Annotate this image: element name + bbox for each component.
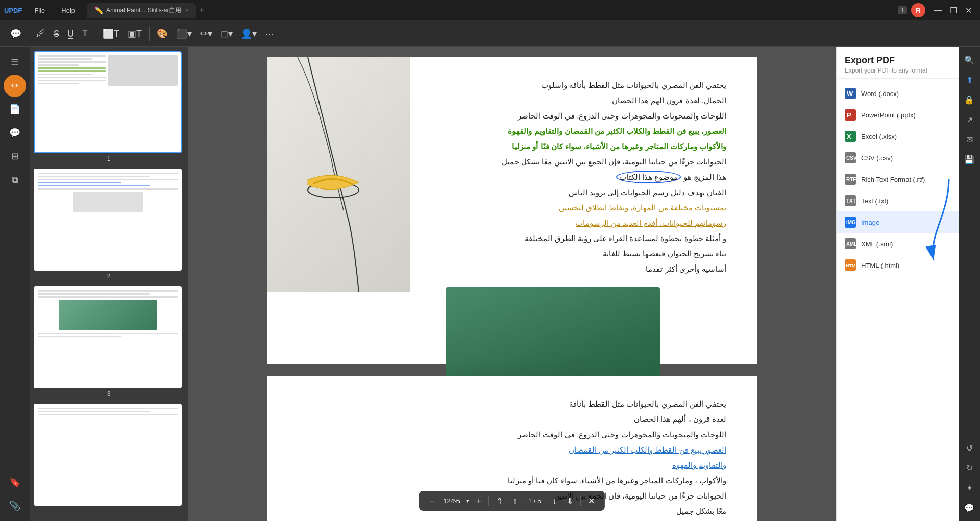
export-subtitle: Export your PDF to any format (845, 67, 950, 74)
export-powerpoint[interactable]: P PowerPoint (.pptx) (837, 104, 959, 126)
xml-icon: XML (845, 238, 856, 249)
image-icon: IMG (845, 217, 856, 228)
left-icon-comments[interactable]: 💬 (4, 122, 26, 144)
rs-icon-rotate-left[interactable]: ↺ (962, 439, 977, 457)
export-html-label: HTML (.html) (861, 262, 899, 269)
svg-text:XML: XML (846, 241, 856, 247)
excel-icon: X (845, 131, 856, 142)
menu-help[interactable]: Help (57, 5, 79, 16)
thumbnail-2[interactable]: 2 (34, 169, 184, 280)
close-toolbar-btn[interactable]: ✕ (585, 494, 598, 508)
toolbar-pencil-icon[interactable]: ✏▾ (196, 25, 216, 42)
left-icon-attach[interactable]: 📎 (4, 494, 26, 517)
export-image[interactable]: IMG Image (837, 211, 959, 233)
toolbar-color-icon[interactable]: 🎨 (153, 25, 172, 42)
zoom-dropdown-btn[interactable]: ▾ (466, 498, 469, 504)
blue-link-text-1: العصور يبيع فن القطط والكلب الكثير من ال… (569, 445, 726, 454)
svg-text:IMG: IMG (846, 220, 856, 225)
thumbnail-img-2 (34, 169, 182, 271)
left-icon-thumbnails[interactable]: ☰ (4, 51, 26, 74)
rs-icon-rotate-right[interactable]: ↻ (962, 459, 977, 477)
green-text-1: العصور، يبيع فن القطط والكلاب الكثير من … (508, 127, 726, 135)
main-toolbar: 💬 🖊 S̶ U̲ T ⬜T ▣T 🎨 ⬛▾ ✏▾ ◻▾ 👤▾ ⋯ (0, 20, 980, 47)
tab-edit-icon: ✏️ (94, 6, 103, 14)
menu-file[interactable]: File (30, 5, 49, 16)
top-bar: UPDF File Help ✏️ Animal Paint... Skills… (0, 0, 980, 20)
rtf-icon: RTF (845, 174, 856, 185)
bottom-sep-1 (488, 496, 489, 506)
rs-icon-chat[interactable]: 💬 (960, 499, 978, 517)
left-icon-fields[interactable]: ⊞ (4, 145, 26, 168)
svg-text:CSV: CSV (846, 155, 856, 161)
export-csv[interactable]: CSV CSV (.csv) (837, 147, 959, 169)
export-rtf[interactable]: RTF Rich Text Format (.rtf) (837, 169, 959, 190)
export-csv-label: CSV (.csv) (861, 154, 893, 162)
export-ppt-label: PowerPoint (.pptx) (861, 111, 916, 119)
left-icon-pages[interactable]: 📄 (4, 98, 26, 121)
rs-icon-share[interactable]: ↗ (962, 111, 977, 129)
main-tab[interactable]: ✏️ Animal Paint... Skills-ar自用 × (87, 3, 196, 18)
page-1: يحتفي الفن المصري بالحيوانات مثل القطط ب… (267, 57, 757, 364)
toolbar-sep-1 (29, 27, 29, 41)
toolbar-textbox-icon[interactable]: ⬜T (99, 25, 124, 42)
green-text-2: والأكواب وماركات المتاجر وغيرها من الأشي… (512, 142, 726, 151)
bottom-toolbar: − 124% ▾ + ⇑ ↑ 1 / 5 ↓ ⇓ ✕ (419, 491, 605, 511)
svg-text:P: P (847, 111, 851, 119)
toolbar-highlight-icon[interactable]: 🖊 (32, 25, 50, 42)
rs-icon-email[interactable]: ✉ (962, 131, 977, 149)
page-bottom-btn[interactable]: ⇓ (564, 494, 576, 508)
page-down-btn[interactable]: ↓ (549, 494, 559, 508)
thumbnail-panel: 1 (30, 47, 188, 521)
left-icon-edit[interactable]: ✏ (4, 75, 26, 97)
rs-icon-lock[interactable]: 🔒 (960, 91, 978, 109)
close-btn[interactable]: ✕ (961, 5, 976, 16)
tab-close-btn[interactable]: × (185, 7, 188, 13)
rs-icon-save[interactable]: 💾 (960, 151, 978, 169)
export-xml[interactable]: XML XML (.xml) (837, 233, 959, 254)
user-avatar[interactable]: R (911, 3, 925, 17)
rs-icon-ai[interactable]: ✦ (962, 479, 977, 497)
export-rtf-label: Rich Text Format (.rtf) (861, 176, 925, 183)
toolbar-underline-icon[interactable]: U̲ (63, 25, 78, 42)
thumbnail-1[interactable]: 1 (34, 51, 184, 162)
thumbnail-4[interactable] (34, 404, 184, 506)
txt-icon: TXT (845, 195, 856, 206)
page-top-btn[interactable]: ⇑ (493, 494, 506, 508)
export-word-label: Word (.docx) (861, 90, 899, 98)
version-badge: 1 (898, 6, 907, 14)
zoom-out-btn[interactable]: − (426, 494, 437, 508)
export-text[interactable]: TXT Text (.txt) (837, 190, 959, 211)
toolbar-sep-2 (95, 27, 95, 41)
left-icon-sidebar: ☰ ✏ 📄 💬 ⊞ ⧉ 🔖 📎 (0, 47, 30, 521)
toolbar-user-icon[interactable]: 👤▾ (237, 25, 261, 42)
tab-bar: ✏️ Animal Paint... Skills-ar自用 × + (87, 3, 898, 18)
zoom-in-btn[interactable]: + (473, 494, 484, 508)
tab-add-btn[interactable]: + (199, 5, 205, 16)
export-excel[interactable]: X Excel (.xlsx) (837, 126, 959, 147)
thumbnail-img-3 (34, 286, 182, 388)
export-word[interactable]: W Word (.docx) (837, 83, 959, 104)
toolbar-comment-icon[interactable]: 💬 (6, 25, 26, 42)
svg-text:RTF: RTF (846, 177, 856, 182)
toolbar-shape-icon[interactable]: ⬛▾ (172, 25, 196, 42)
toolbar-textbox2-icon[interactable]: ▣T (124, 25, 146, 42)
page-text-1: يحتفي الفن المصري بالحيوانات مثل القطط ب… (446, 78, 726, 277)
thumbnail-3[interactable]: 3 (34, 286, 184, 397)
toolbar-strikethrough-icon[interactable]: S̶ (50, 25, 63, 42)
left-icon-layers[interactable]: ⧉ (4, 169, 26, 191)
export-excel-label: Excel (.xlsx) (861, 133, 897, 140)
document-area[interactable]: يحتفي الفن المصري بالحيوانات مثل القطط ب… (188, 47, 836, 521)
page-up-btn[interactable]: ↑ (510, 494, 520, 508)
toolbar-text-icon[interactable]: T (78, 25, 92, 42)
app-logo: UPDF (4, 7, 22, 14)
left-icon-bookmark[interactable]: 🔖 (4, 471, 26, 493)
rs-icon-search[interactable]: 🔍 (960, 51, 978, 69)
minimize-btn[interactable]: — (929, 5, 946, 16)
export-html[interactable]: HTML HTML (.html) (837, 254, 959, 276)
toolbar-more-icon[interactable]: ⋯ (261, 25, 278, 42)
maximize-btn[interactable]: ❐ (946, 5, 961, 16)
toolbar-eraser-icon[interactable]: ◻▾ (216, 25, 237, 42)
export-panel: Export PDF Export your PDF to any format… (836, 47, 959, 521)
toolbar-sep-3 (149, 27, 150, 41)
rs-icon-export[interactable]: ⬆ (962, 71, 977, 89)
